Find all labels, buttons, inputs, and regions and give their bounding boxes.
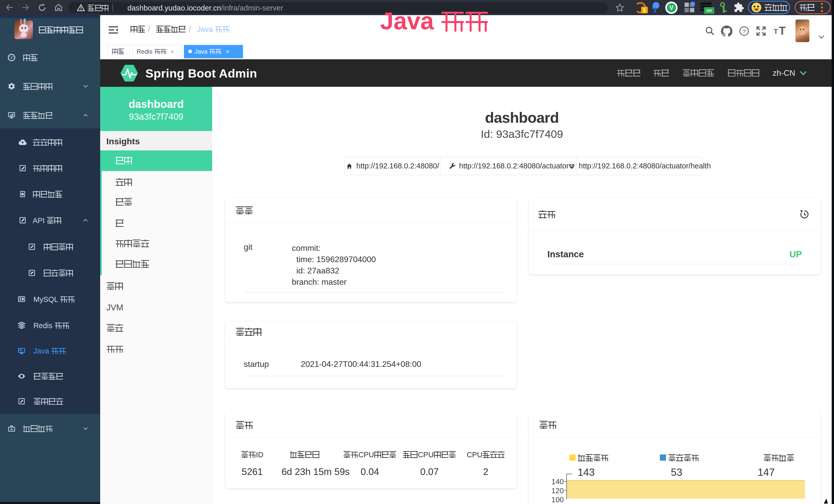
svg-text:?: ? xyxy=(743,28,746,35)
